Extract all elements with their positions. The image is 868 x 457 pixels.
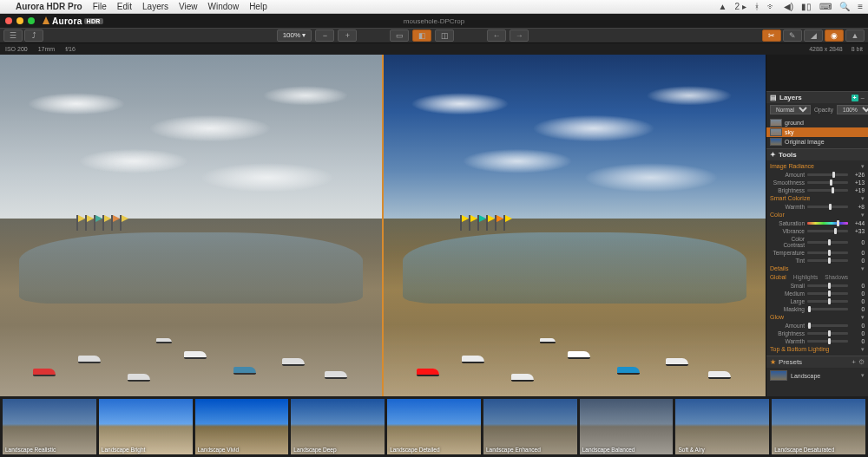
mask-tool-button[interactable]: ◉ [825,29,844,42]
gradient-tool-button[interactable]: ◢ [804,29,823,42]
slider-track[interactable] [807,241,848,244]
layers-collapse-icon[interactable]: – [861,94,865,101]
preset-item[interactable]: Landscape Enhanced [483,399,577,454]
before-pane [0,55,382,396]
undo-button[interactable]: ← [487,29,506,42]
status-keyboard-icon[interactable]: ⌨ [819,2,832,11]
crop-tool-button[interactable]: ✂ [762,29,781,42]
preset-category-select[interactable]: Landscape ▾ [766,368,868,383]
status-bluetooth-icon[interactable]: ᚼ [754,2,760,11]
canvas-compare[interactable] [0,55,766,396]
app-menu[interactable]: Aurora HDR Pro [16,2,82,11]
meta-dimensions: 4288 x 2848 [809,46,843,52]
slider-track[interactable] [807,292,848,295]
app-logo: AuroraHDR [42,16,103,26]
menu-button[interactable]: ☰ [3,29,23,42]
slider-track[interactable] [807,230,848,232]
slider-track[interactable] [807,206,848,208]
detail-tabs: GlobalHighlightsShadows [770,273,865,282]
slider-track[interactable] [807,332,848,335]
slider-label: Brightness [770,330,805,336]
slider-value: 0 [851,291,865,297]
preset-item[interactable]: Landscape Balanced [580,399,674,454]
slider-value: 0 [851,250,865,256]
preset-item[interactable]: Landscape Bright [99,399,193,454]
menu-layers[interactable]: Layers [142,2,168,11]
preset-item[interactable]: Landscape Deep [291,399,385,454]
slider-track[interactable] [807,324,848,327]
detail-tab[interactable]: Highlights [793,274,819,280]
menu-help[interactable]: Help [249,2,267,11]
zoom-level[interactable]: 100% ▾ [277,29,312,42]
slider-track[interactable] [807,189,848,192]
document-title: mousehole-DPCrop [404,17,464,25]
presets-panel-header[interactable]: ★ Presets + ⚙ [766,356,868,368]
layer-opacity-select[interactable]: 100% [837,105,868,114]
slider-value: 0 [851,258,865,264]
slider-track[interactable] [807,284,848,287]
tools-panel-header[interactable]: ✦ Tools [766,148,868,160]
compare-side-button[interactable]: ◫ [435,29,454,42]
minimize-button[interactable] [16,17,23,24]
redo-button[interactable]: → [510,29,529,42]
tools-panel-body: Image Radiance▾Amount +26Smoothness +13B… [766,160,868,356]
slider-value: +26 [851,172,865,178]
tool-group-header[interactable]: Image Radiance▾ [770,162,865,171]
slider-track[interactable] [807,300,848,303]
slider-row: Masking 0 [770,305,865,313]
layer-item[interactable]: sky [766,127,868,137]
layer-item[interactable]: Original Image [770,137,865,147]
slider-row: Tint 0 [770,257,865,264]
status-volume-icon[interactable]: ◀︎) [784,2,793,11]
chevron-down-icon: ▾ [861,195,865,202]
close-button[interactable] [5,17,12,24]
menu-window[interactable]: Window [208,2,240,11]
preset-label: Soft & Airy [678,447,704,453]
workspace: ▤ Layers + – Normal Opacity 100% ⚙ groun… [0,55,868,396]
export-button[interactable]: ⤴ [24,29,43,42]
slider-track[interactable] [807,222,848,225]
detail-tab[interactable]: Shadows [825,274,848,280]
presets-options-icon[interactable]: ⚙ [858,358,865,366]
slider-track[interactable] [807,308,848,310]
brush-tool-button[interactable]: ✎ [783,29,802,42]
slider-track[interactable] [807,173,848,176]
add-preset-button[interactable]: + [852,358,856,366]
layer-item[interactable]: ground [770,118,865,127]
tool-group-header[interactable]: Glow▾ [770,313,865,322]
tool-group-header[interactable]: Top & Bottom Lighting▾ [770,345,865,354]
status-battery[interactable]: ▮▯ [801,2,812,11]
meta-iso: ISO 200 [5,46,28,52]
menu-file[interactable]: File [93,2,107,11]
blend-mode-select[interactable]: Normal [770,105,811,114]
preset-item[interactable]: Landscape Detailed [387,399,481,454]
preset-item[interactable]: Soft & Airy [675,399,769,454]
layers-panel-header[interactable]: ▤ Layers + – [766,91,868,103]
slider-track[interactable] [807,259,848,262]
status-spotlight-icon[interactable]: 🔍 [839,2,850,11]
tool-group-header[interactable]: Details▾ [770,264,865,273]
add-layer-button[interactable]: + [852,95,858,101]
preset-item[interactable]: Landscape Vivid [195,399,289,454]
slider-track[interactable] [807,181,848,184]
status-wifi-icon[interactable]: ᯤ [767,2,776,11]
tool-group-header[interactable]: Smart Colorize▾ [770,194,865,203]
compare-single-button[interactable]: ▭ [390,29,409,42]
zoom-out-button[interactable]: − [315,29,334,42]
menu-view[interactable]: View [179,2,198,11]
status-menu-icon[interactable]: ≡ [858,2,863,11]
compare-split-button[interactable]: ◧ [412,29,431,42]
fullscreen-button[interactable] [28,17,35,24]
detail-tab[interactable]: Global [770,274,786,280]
slider-track[interactable] [807,251,848,254]
tool-group-header[interactable]: Color▾ [770,211,865,219]
slider-track[interactable] [807,340,848,343]
zoom-in-button[interactable]: + [338,29,357,42]
menu-edit[interactable]: Edit [117,2,132,11]
slider-value: 0 [851,239,865,245]
histogram-toggle-button[interactable]: ▲ [845,29,865,42]
status-notif-icon[interactable]: ▲ [719,2,727,11]
preset-item[interactable]: Landscape Realistic [3,399,96,454]
slider-label: Amount [770,323,805,329]
preset-item[interactable]: Landscape Desaturated [772,399,865,454]
